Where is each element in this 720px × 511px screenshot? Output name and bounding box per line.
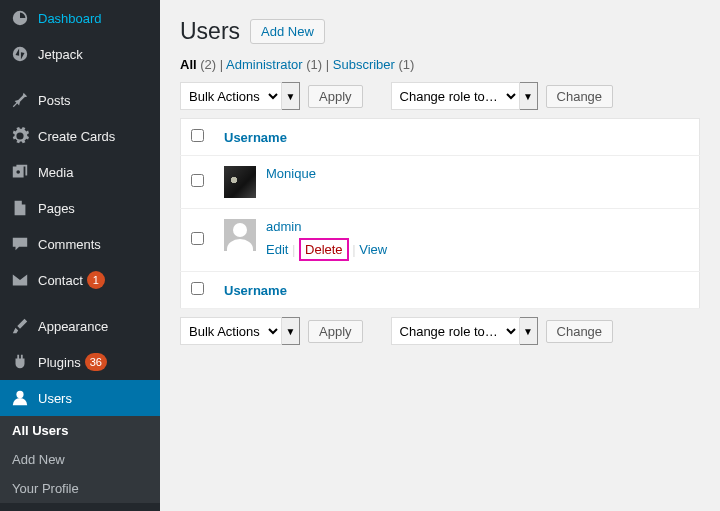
sidebar-label: Users bbox=[38, 391, 72, 406]
apply-button[interactable]: Apply bbox=[308, 85, 363, 108]
svg-point-1 bbox=[16, 170, 20, 174]
sidebar-item-create-cards[interactable]: Create Cards bbox=[0, 118, 160, 154]
change-role-select[interactable]: Change role to… bbox=[391, 82, 520, 110]
bulk-actions-select[interactable]: Bulk Actions bbox=[180, 317, 282, 345]
filter-admin-count: (1) bbox=[306, 57, 322, 72]
sidebar-label: Appearance bbox=[38, 319, 108, 334]
submenu-add-new[interactable]: Add New bbox=[0, 445, 160, 474]
sidebar-item-contact[interactable]: Contact1 bbox=[0, 262, 160, 298]
filter-sub-count: (1) bbox=[399, 57, 415, 72]
filter-subscriber[interactable]: Subscriber bbox=[333, 57, 395, 72]
dashboard-icon bbox=[10, 8, 30, 28]
pin-icon bbox=[10, 90, 30, 110]
column-username[interactable]: Username bbox=[224, 130, 287, 145]
bulk-actions-select[interactable]: Bulk Actions bbox=[180, 82, 282, 110]
edit-link[interactable]: Edit bbox=[266, 242, 288, 257]
column-username[interactable]: Username bbox=[224, 283, 287, 298]
filter-administrator[interactable]: Administrator bbox=[226, 57, 303, 72]
comment-icon bbox=[10, 234, 30, 254]
avatar bbox=[224, 166, 256, 198]
users-table: Username Monique admin Edit | bbox=[180, 118, 700, 309]
sidebar-label: Posts bbox=[38, 93, 71, 108]
sidebar-item-comments[interactable]: Comments bbox=[0, 226, 160, 262]
select-all-checkbox[interactable] bbox=[191, 282, 204, 295]
chevron-down-icon: ▼ bbox=[282, 82, 300, 110]
chevron-down-icon: ▼ bbox=[520, 317, 538, 345]
table-row: Monique bbox=[181, 156, 700, 209]
svg-point-2 bbox=[16, 391, 23, 398]
change-role-select[interactable]: Change role to… bbox=[391, 317, 520, 345]
sidebar-item-dashboard[interactable]: Dashboard bbox=[0, 0, 160, 36]
tablenav-top: Bulk Actions▼ Apply Change role to…▼ Cha… bbox=[180, 82, 700, 110]
apply-button[interactable]: Apply bbox=[308, 320, 363, 343]
notification-badge: 36 bbox=[85, 353, 107, 371]
page-icon bbox=[10, 198, 30, 218]
filter-all[interactable]: All bbox=[180, 57, 197, 72]
tablenav-bottom: Bulk Actions▼ Apply Change role to…▼ Cha… bbox=[180, 317, 700, 345]
gear-icon bbox=[10, 126, 30, 146]
submenu-your-profile[interactable]: Your Profile bbox=[0, 474, 160, 503]
sidebar-label: Create Cards bbox=[38, 129, 115, 144]
user-filters: All (2) | Administrator (1) | Subscriber… bbox=[180, 57, 700, 72]
jetpack-icon bbox=[10, 44, 30, 64]
sidebar-label: Dashboard bbox=[38, 11, 102, 26]
sidebar-label: Contact bbox=[38, 273, 83, 288]
sidebar-item-plugins[interactable]: Plugins36 bbox=[0, 344, 160, 380]
main-content: Users Add New All (2) | Administrator (1… bbox=[160, 0, 720, 511]
chevron-down-icon: ▼ bbox=[282, 317, 300, 345]
change-button[interactable]: Change bbox=[546, 320, 614, 343]
notification-badge: 1 bbox=[87, 271, 105, 289]
row-actions: Edit | Delete | View bbox=[266, 238, 387, 261]
mail-icon bbox=[10, 270, 30, 290]
svg-point-0 bbox=[13, 47, 27, 61]
delete-link[interactable]: Delete bbox=[299, 238, 349, 261]
table-row: admin Edit | Delete | View bbox=[181, 209, 700, 272]
sidebar-item-pages[interactable]: Pages bbox=[0, 190, 160, 226]
select-all-checkbox[interactable] bbox=[191, 129, 204, 142]
sidebar-item-jetpack[interactable]: Jetpack bbox=[0, 36, 160, 72]
add-new-button[interactable]: Add New bbox=[250, 19, 325, 44]
plugin-icon bbox=[10, 352, 30, 372]
sidebar-item-appearance[interactable]: Appearance bbox=[0, 308, 160, 344]
sidebar-label: Plugins bbox=[38, 355, 81, 370]
sidebar-label: Pages bbox=[38, 201, 75, 216]
change-button[interactable]: Change bbox=[546, 85, 614, 108]
chevron-down-icon: ▼ bbox=[520, 82, 538, 110]
username-link[interactable]: Monique bbox=[266, 166, 316, 181]
brush-icon bbox=[10, 316, 30, 336]
sidebar-label: Comments bbox=[38, 237, 101, 252]
users-submenu: All Users Add New Your Profile bbox=[0, 416, 160, 503]
view-link[interactable]: View bbox=[359, 242, 387, 257]
avatar bbox=[224, 219, 256, 251]
admin-sidebar: Dashboard Jetpack Posts Create Cards Med… bbox=[0, 0, 160, 511]
row-checkbox[interactable] bbox=[191, 174, 204, 187]
username-link[interactable]: admin bbox=[266, 219, 301, 234]
user-icon bbox=[10, 388, 30, 408]
sidebar-item-posts[interactable]: Posts bbox=[0, 82, 160, 118]
filter-all-count: (2) bbox=[200, 57, 216, 72]
page-title: Users bbox=[180, 18, 240, 45]
sidebar-item-media[interactable]: Media bbox=[0, 154, 160, 190]
sidebar-label: Media bbox=[38, 165, 73, 180]
media-icon bbox=[10, 162, 30, 182]
submenu-all-users[interactable]: All Users bbox=[0, 416, 160, 445]
row-checkbox[interactable] bbox=[191, 232, 204, 245]
sidebar-label: Jetpack bbox=[38, 47, 83, 62]
sidebar-item-users[interactable]: Users bbox=[0, 380, 160, 416]
